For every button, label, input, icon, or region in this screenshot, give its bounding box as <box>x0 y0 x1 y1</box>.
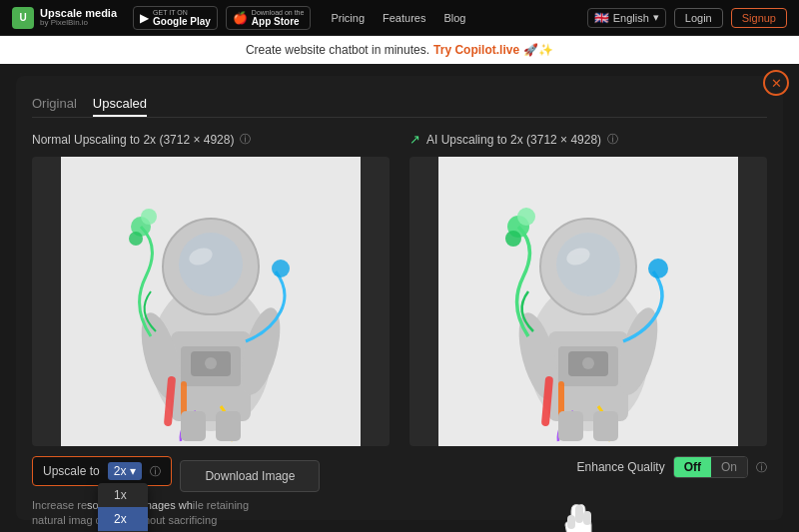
left-controls: Upscale to 2x ▾ ⓘ 1x 2x 4x Download Imag… <box>32 456 320 532</box>
upscale-select[interactable]: 2x ▾ <box>108 462 143 480</box>
upscale-dropdown: 1x 2x 4x <box>98 483 148 532</box>
svg-point-35 <box>582 357 594 369</box>
right-image <box>409 157 767 446</box>
language-selector[interactable]: 🇬🇧 English ▾ <box>587 8 666 28</box>
announcement-emoji: 🚀✨ <box>523 43 553 57</box>
svg-rect-17 <box>181 411 206 441</box>
upscale-control: Upscale to 2x ▾ ⓘ 1x 2x 4x <box>32 456 172 486</box>
enhance-label: Enhance Quality <box>577 460 665 474</box>
close-button[interactable]: ✕ <box>763 70 789 96</box>
brand-sub: by PixelBin.io <box>40 19 117 28</box>
tab-upscaled[interactable]: Upscaled <box>93 92 147 117</box>
login-button[interactable]: Login <box>674 8 723 28</box>
left-title-text: Normal Upscaling to 2x (3712 × 4928) <box>32 133 234 147</box>
left-panel: Normal Upscaling to 2x (3712 × 4928) ⓘ <box>32 132 390 446</box>
svg-point-10 <box>129 232 143 246</box>
right-controls: Enhance Quality Off On ⓘ <box>577 456 767 478</box>
announcement-link[interactable]: Try Copilot.live <box>433 43 519 57</box>
play-icon: ▶ <box>140 11 149 25</box>
toggle-off-button[interactable]: Off <box>674 457 711 477</box>
nav-features[interactable]: Features <box>375 8 433 28</box>
svg-point-33 <box>648 259 668 278</box>
enhance-info-icon[interactable]: ⓘ <box>756 460 767 475</box>
signup-button[interactable]: Signup <box>731 8 787 28</box>
svg-point-16 <box>205 357 217 369</box>
lang-text: English <box>613 12 649 24</box>
upscale-info-icon[interactable]: ⓘ <box>150 464 161 479</box>
enhance-row: Enhance Quality Off On ⓘ <box>577 456 767 478</box>
comparison-panels: Normal Upscaling to 2x (3712 × 4928) ⓘ <box>32 132 767 446</box>
toggle-on-button[interactable]: On <box>711 457 747 477</box>
nav-blog[interactable]: Blog <box>435 8 473 28</box>
dropdown-item-1x[interactable]: 1x <box>98 483 148 507</box>
app-store-label: Download on the App Store <box>252 9 305 27</box>
main-content: ✕ Original Upscaled Normal Upscaling to … <box>16 76 783 520</box>
svg-rect-38 <box>575 505 583 523</box>
desc-text-start: Increase re <box>32 499 87 511</box>
svg-point-30 <box>517 208 535 226</box>
announcement-bar: Create website chatbot in minutes. Try C… <box>0 36 799 64</box>
right-info-icon[interactable]: ⓘ <box>607 132 618 147</box>
svg-point-14 <box>272 260 290 277</box>
apple-icon: 🍎 <box>233 11 248 25</box>
download-button[interactable]: Download Image <box>180 460 320 492</box>
tab-original[interactable]: Original <box>32 92 77 117</box>
enhance-toggle: Off On <box>673 456 748 478</box>
svg-rect-40 <box>567 515 575 529</box>
brand-logo: U <box>12 7 34 29</box>
brand-text: Upscale media by PixelBin.io <box>40 7 117 28</box>
app-store-badge[interactable]: 🍎 Download on the App Store <box>226 6 312 30</box>
google-play-badge[interactable]: ▶ GET IT ON Google Play <box>133 6 218 30</box>
brand: U Upscale media by PixelBin.io <box>12 7 117 29</box>
left-info-icon[interactable]: ⓘ <box>240 132 251 147</box>
description-text: Increase resolution of images while reta… <box>32 498 312 532</box>
dropdown-item-2x[interactable]: 2x <box>98 507 148 531</box>
svg-point-22 <box>556 233 620 296</box>
right-panel-title: ↗ AI Upscaling to 2x (3712 × 4928) ⓘ <box>409 132 767 147</box>
svg-point-3 <box>179 233 243 296</box>
left-image <box>32 157 390 446</box>
svg-rect-37 <box>593 411 618 441</box>
navbar: U Upscale media by PixelBin.io ▶ GET IT … <box>0 0 799 36</box>
right-panel: ↗ AI Upscaling to 2x (3712 × 4928) ⓘ <box>409 132 767 446</box>
svg-rect-39 <box>583 511 591 525</box>
chevron-down-icon: ▾ <box>653 11 659 24</box>
upscale-label: Upscale to <box>43 464 100 478</box>
flag-icon: 🇬🇧 <box>594 11 609 25</box>
cursor-hand <box>561 503 777 532</box>
announcement-text: Create website chatbot in minutes. <box>246 43 429 57</box>
google-play-label: GET IT ON Google Play <box>153 9 211 27</box>
svg-point-11 <box>141 209 157 225</box>
right-title-text: AI Upscaling to 2x (3712 × 4928) <box>426 133 601 147</box>
upscale-value: 2x <box>114 464 127 478</box>
tabs: Original Upscaled <box>32 92 767 118</box>
bottom-controls: Upscale to 2x ▾ ⓘ 1x 2x 4x Download Imag… <box>32 456 767 532</box>
svg-rect-36 <box>558 411 583 441</box>
left-panel-title: Normal Upscaling to 2x (3712 × 4928) ⓘ <box>32 132 390 147</box>
nav-pricing[interactable]: Pricing <box>323 8 373 28</box>
nav-links: Pricing Features Blog <box>323 8 473 28</box>
svg-rect-18 <box>216 411 241 441</box>
svg-point-29 <box>505 231 521 247</box>
chevron-down-icon: ▾ <box>130 464 136 478</box>
ai-upscale-icon: ↗ <box>409 132 420 147</box>
